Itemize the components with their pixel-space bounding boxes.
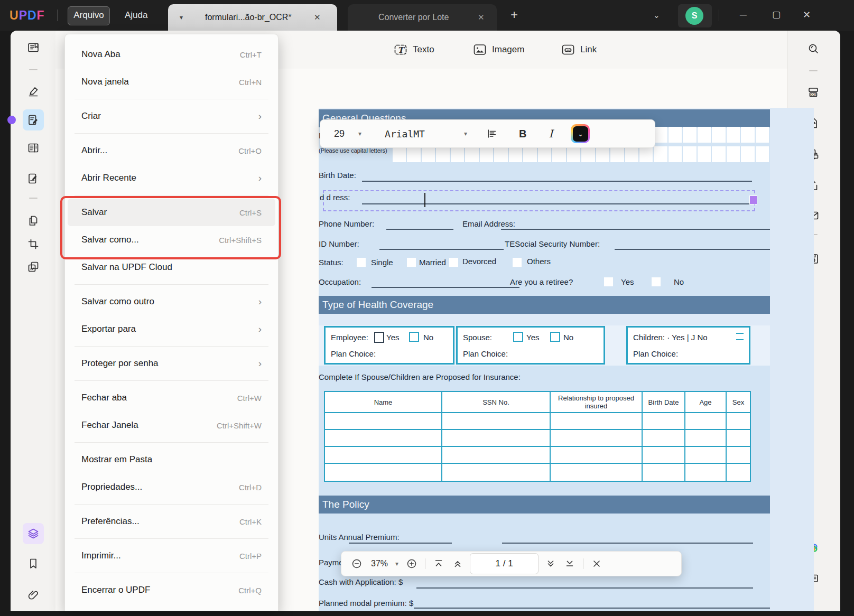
table-cell — [442, 430, 551, 447]
sign-icon[interactable] — [23, 168, 44, 189]
coverage-employee-box: Employee: Yes No Plan Choice: — [324, 326, 454, 365]
close-icon[interactable] — [591, 558, 602, 570]
id-label: ID Number: — [319, 239, 359, 249]
menu-item-label: Preferências... — [81, 516, 140, 527]
minimize-icon[interactable]: ─ — [740, 0, 747, 30]
panel-collapse-handle[interactable] — [7, 116, 16, 124]
menu-item-mostrar-em-pasta[interactable]: Mostrar em Pasta — [68, 446, 275, 473]
image-tool-icon — [473, 43, 487, 57]
menu-item-salvar-como-outro[interactable]: Salvar como outro› — [68, 288, 275, 315]
previous-page-icon[interactable] — [452, 558, 463, 570]
selected-text-field[interactable] — [323, 190, 755, 211]
menu-item-criar[interactable]: Criar› — [68, 102, 275, 130]
menu-item-fechar-aba[interactable]: Fechar abaCtrl+W — [68, 384, 275, 412]
menu-item-fechar-janela[interactable]: Fechar JanelaCtrl+Shift+W — [68, 412, 275, 439]
text-tool-button[interactable]: T Texto — [394, 40, 434, 59]
menu-item-abrir[interactable]: Abrir...Ctrl+O — [68, 137, 275, 164]
checkbox — [513, 332, 523, 342]
close-icon[interactable]: ✕ — [803, 0, 811, 30]
forms-icon[interactable] — [23, 137, 44, 158]
svg-text:OCR: OCR — [810, 93, 816, 96]
menu-item-abrir-recente[interactable]: Abrir Recente› — [68, 164, 275, 192]
maximize-icon[interactable]: ▢ — [772, 0, 781, 30]
menu-item-label: Imprimir... — [81, 550, 121, 561]
menu-item-nova-aba[interactable]: Nova AbaCtrl+T — [68, 41, 275, 68]
font-size-value[interactable]: 29 — [334, 128, 345, 139]
titlebar-divider — [57, 10, 58, 21]
link-tool-button[interactable]: Link — [561, 40, 597, 59]
table-cell — [551, 447, 643, 464]
menu-item-nova-janela[interactable]: Nova janelaCtrl+N — [68, 68, 275, 96]
font-color-button[interactable]: ⌄ — [571, 124, 590, 143]
tab-document[interactable]: ▾ formulari...ão-br_OCR* ✕ — [168, 4, 337, 31]
comb-cell — [698, 146, 711, 162]
tab-close-icon[interactable]: ✕ — [478, 4, 485, 31]
page-margin — [770, 108, 814, 611]
edit-icon[interactable] — [23, 109, 44, 130]
checkbox — [652, 277, 661, 286]
menu-ajuda[interactable]: Ajuda — [125, 0, 147, 31]
account-button[interactable]: S — [678, 4, 712, 27]
selection-handle[interactable] — [749, 195, 757, 204]
menu-item-shortcut: Ctrl+K — [239, 517, 262, 526]
pages-icon[interactable] — [23, 210, 44, 231]
ocr-icon[interactable]: OCR — [803, 82, 824, 103]
last-page-icon[interactable] — [564, 558, 575, 570]
checkbox — [374, 332, 384, 343]
text-cursor — [424, 193, 425, 207]
menu-item-propriedades[interactable]: Propriedades...Ctrl+D — [68, 473, 275, 501]
email-label: Email Address: — [462, 219, 515, 229]
font-family-value[interactable]: ArialMT — [385, 128, 464, 139]
zoom-level[interactable]: 37% — [371, 559, 388, 568]
comb-cell — [596, 146, 609, 162]
next-page-icon[interactable] — [545, 558, 556, 570]
tab-dropdown-icon[interactable]: ▾ — [180, 4, 183, 31]
zoom-dropdown-icon[interactable]: ▾ — [395, 560, 398, 567]
crop-icon[interactable] — [23, 234, 44, 255]
search-icon[interactable] — [803, 38, 824, 59]
italic-button[interactable]: I — [549, 127, 553, 140]
page-indicator[interactable]: 1 / 1 — [470, 553, 539, 574]
layers-icon[interactable] — [23, 523, 44, 544]
comb-cell — [698, 127, 711, 143]
align-icon[interactable] — [486, 128, 498, 139]
comb-cell — [494, 146, 507, 162]
highlighter-icon[interactable] — [23, 81, 44, 102]
tab-list-chevron-icon[interactable]: ⌄ — [653, 0, 660, 31]
table-header-cell: Birth Date — [643, 392, 685, 413]
tab-close-icon[interactable]: ✕ — [314, 4, 321, 31]
dependents-table: NameSSN No.Relationship to proposed insu… — [324, 391, 751, 482]
image-tool-button[interactable]: Imagem — [473, 40, 524, 59]
checkbox — [409, 332, 419, 342]
zoom-out-icon[interactable] — [351, 558, 363, 570]
first-page-icon[interactable] — [433, 558, 444, 570]
new-tab-button[interactable]: + — [510, 0, 518, 30]
svg-text:T: T — [397, 45, 405, 55]
reader-icon[interactable] — [23, 37, 44, 58]
zoom-in-icon[interactable] — [406, 558, 417, 570]
menu-item-imprimir[interactable]: Imprimir...Ctrl+P — [68, 542, 275, 570]
menu-divider — [75, 133, 268, 134]
menu-arquivo[interactable]: Arquivo — [68, 6, 110, 25]
titlebar: UPDF Arquivo Ajuda ▾ formulari...ão-br_O… — [0, 0, 854, 31]
menu-item-exportar-para[interactable]: Exportar para› — [68, 315, 275, 343]
menu-item-proteger-por-senha[interactable]: Proteger por senha› — [68, 350, 275, 377]
font-size-dropdown-icon[interactable]: ▾ — [358, 130, 361, 137]
attachment-icon[interactable] — [23, 585, 44, 606]
bookmark-icon[interactable] — [23, 553, 44, 574]
tab-batch-convert[interactable]: Converter por Lote ✕ — [348, 4, 497, 31]
left-sidebar — [11, 31, 55, 611]
menu-item-shortcut: Ctrl+T — [240, 50, 262, 59]
font-family-dropdown-icon[interactable]: ▾ — [464, 130, 467, 137]
comb-cell — [727, 127, 740, 143]
menu-divider — [75, 504, 268, 505]
menu-item-label: Criar — [81, 111, 101, 122]
table-cell — [727, 430, 750, 447]
table-cell — [325, 447, 442, 464]
sidebar-divider — [29, 69, 38, 70]
menu-item-prefer-ncias[interactable]: Preferências...Ctrl+K — [68, 508, 275, 535]
bold-button[interactable]: B — [519, 128, 526, 140]
name-hint: (Please use capital letters) — [319, 147, 387, 154]
convert-icon[interactable] — [23, 256, 44, 277]
menu-item-encerrar-o-updf[interactable]: Encerrar o UPDFCtrl+Q — [68, 576, 275, 604]
